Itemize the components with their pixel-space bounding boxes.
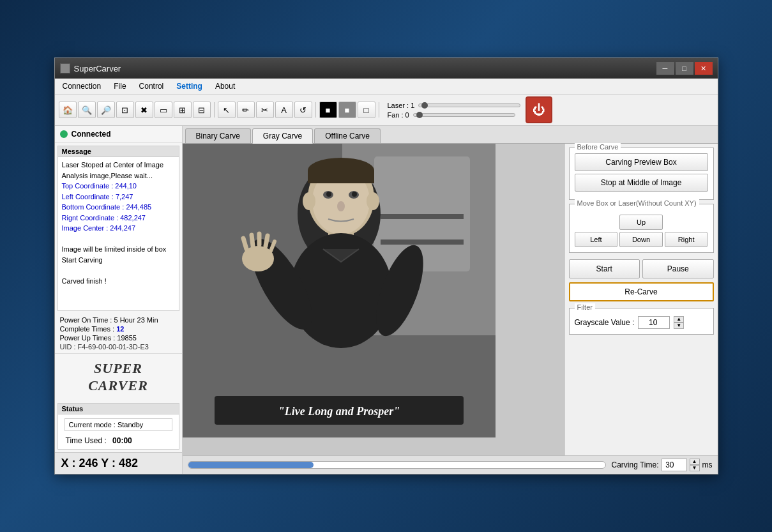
laser-slider[interactable]	[418, 103, 520, 107]
toolbar-text[interactable]: A	[275, 102, 293, 118]
msg-line-5: Bottom Coordinate : 244,485	[62, 202, 175, 213]
power-up-row: Power Up Times : 19855	[60, 334, 177, 342]
spin-down-button[interactable]: ▼	[674, 323, 684, 329]
carving-preview-box-button[interactable]: Carving Preview Box	[575, 153, 708, 171]
logo-text: Super Carver	[61, 360, 176, 394]
logo-line2: Carver	[88, 377, 148, 393]
menu-control[interactable]: Control	[134, 80, 169, 93]
status-dot	[60, 130, 68, 138]
toolbar-minus[interactable]: ⊟	[193, 102, 211, 118]
menu-setting[interactable]: Setting	[171, 80, 208, 93]
toolbar-cursor[interactable]: ↖	[218, 102, 236, 118]
toolbar-zoom-in[interactable]: 🔍	[78, 102, 96, 118]
msg-line-3: Top Coordinate : 244,10	[62, 181, 175, 192]
up-button[interactable]: Up	[619, 215, 663, 230]
move-box-label: Move Box or Laser(Without Count XY)	[575, 199, 699, 207]
title-bar-left: SuperCarver	[60, 63, 121, 73]
status-section: Status Current mode : Standby Time Used …	[57, 403, 179, 450]
svg-line-23	[252, 235, 253, 246]
recarve-button[interactable]: Re-Carve	[569, 282, 714, 301]
bottom-bar: Carving Time: ▲ ▼ ms	[183, 455, 718, 474]
menu-about[interactable]: About	[210, 80, 240, 93]
power-button[interactable]: ⏻	[526, 96, 552, 123]
left-button[interactable]: Left	[575, 232, 618, 247]
fan-label: Fan : 0	[388, 111, 409, 119]
msg-line-12: Carved finish !	[62, 276, 175, 287]
toolbar: 🏠 🔍 🔎 ⊡ ✖ ▭ ⊞ ⊟ ↖ ✏ ✂ A ↺ ■ ■ □ Laser : …	[55, 95, 718, 126]
time-value: 00:00	[112, 436, 132, 445]
move-box-group: Move Box or Laser(Without Count XY) Up L…	[569, 204, 714, 253]
msg-line-8	[62, 234, 175, 245]
msg-line-11	[62, 265, 175, 276]
toolbar-eraser[interactable]: ✂	[256, 102, 274, 118]
before-carve-label: Before Carve	[575, 143, 621, 151]
title-controls: ─ □ ✕	[656, 62, 713, 75]
coords-text: X : 246 Y : 482	[61, 457, 138, 469]
toolbar-fit[interactable]: ⊡	[116, 102, 134, 118]
time-spin-up[interactable]: ▲	[690, 459, 700, 465]
status-items: Current mode : Standby Time Used : 00:00	[58, 414, 179, 449]
minimize-button[interactable]: ─	[656, 62, 674, 75]
toolbar-gray[interactable]: ■	[338, 102, 356, 118]
menu-file[interactable]: File	[109, 80, 131, 93]
uid-row: UID : F4-69-00-00-01-3D-E3	[60, 343, 177, 351]
tab-gray-carve[interactable]: Gray Carve	[252, 128, 313, 144]
toolbar-sep-2	[315, 102, 316, 118]
mode-display: Current mode : Standby	[64, 418, 172, 431]
toolbar-white[interactable]: □	[358, 102, 375, 118]
msg-line-1: Laser Stoped at Center of Image	[62, 160, 175, 171]
toolbar-rotate[interactable]: ↺	[294, 102, 312, 118]
coords-bar: X : 246 Y : 482	[55, 452, 182, 474]
svg-point-11	[326, 192, 331, 197]
tab-offline-carve[interactable]: Offline Carve	[314, 128, 381, 143]
close-button[interactable]: ✕	[695, 62, 713, 75]
toolbar-rect[interactable]: ▭	[155, 102, 172, 118]
spin-up-button[interactable]: ▲	[674, 316, 684, 323]
msg-line-9: Image will be limited inside of box	[62, 244, 175, 255]
start-button[interactable]: Start	[569, 259, 640, 278]
progress-fill	[188, 462, 314, 468]
down-button[interactable]: Down	[619, 232, 663, 247]
toolbar-black[interactable]: ■	[319, 102, 337, 118]
filter-group: Filter Grayscale Value : ▲ ▼	[569, 308, 714, 335]
desktop: SuperCarver ─ □ ✕ Connection File Contro…	[0, 0, 772, 532]
msg-line-7: Image Center : 244,247	[62, 223, 175, 234]
toolbar-home[interactable]: 🏠	[59, 102, 77, 118]
power-on-row: Power On Time : 5 Hour 23 Min	[60, 316, 177, 324]
pause-button[interactable]: Pause	[642, 259, 714, 278]
grayscale-label: Grayscale Value :	[575, 318, 635, 327]
fan-row: Fan : 0	[388, 111, 521, 119]
right-button[interactable]: Right	[665, 232, 708, 247]
menu-connection[interactable]: Connection	[57, 80, 107, 93]
right-panel: Binary Carve Gray Carve Offline Carve	[183, 126, 718, 474]
toolbar-pen[interactable]: ✏	[237, 102, 255, 118]
maximize-button[interactable]: □	[676, 62, 693, 75]
message-content[interactable]: Laser Stoped at Center of Image Analysis…	[58, 157, 179, 310]
svg-line-25	[266, 236, 268, 246]
svg-point-14	[303, 192, 315, 210]
grayscale-value-input[interactable]	[638, 316, 670, 329]
connection-status: Connected	[55, 126, 182, 143]
direction-pad: Up Left Down Right	[575, 215, 708, 247]
before-carve-group: Before Carve Carving Preview Box Stop at…	[569, 148, 714, 200]
toolbar-zoom-out[interactable]: 🔎	[97, 102, 115, 118]
tab-binary-carve[interactable]: Binary Carve	[185, 128, 251, 143]
svg-rect-4	[381, 214, 464, 219]
menu-bar: Connection File Control Setting About	[55, 79, 718, 95]
image-panel: "Live Long and Prosper"	[183, 144, 564, 455]
status-section-label: Status	[58, 404, 179, 414]
carving-time-input[interactable]	[662, 459, 687, 471]
stop-at-middle-button[interactable]: Stop at Middle of Image	[575, 174, 708, 192]
logo-line1: Super	[94, 360, 142, 376]
fan-slider[interactable]	[413, 113, 515, 117]
progress-track	[188, 461, 607, 469]
svg-line-22	[243, 238, 246, 249]
svg-text:"Live Long and Prosper": "Live Long and Prosper"	[278, 405, 399, 418]
action-row: Start Pause	[569, 259, 714, 278]
time-spin-down[interactable]: ▼	[690, 465, 700, 471]
filter-label: Filter	[575, 303, 595, 311]
toolbar-cancel[interactable]: ✖	[135, 102, 153, 118]
laser-slider-thumb	[421, 102, 428, 109]
toolbar-grid[interactable]: ⊞	[174, 102, 192, 118]
msg-line-2: Analysis image,Please wait...	[62, 171, 175, 181]
